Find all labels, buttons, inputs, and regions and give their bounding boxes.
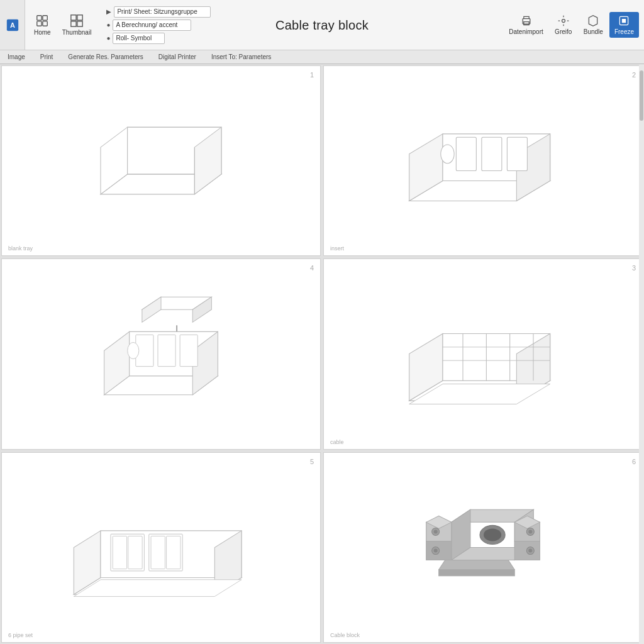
svg-rect-58 [113,536,126,569]
svg-rect-59 [128,536,142,569]
panel-4[interactable]: 3 cable [323,258,643,449]
svg-rect-5 [43,21,47,26]
svg-point-26 [441,145,454,164]
panel-4-number: 3 [632,264,636,272]
panel-2-drawing [382,85,584,236]
scrollbar[interactable] [639,64,644,644]
svg-rect-37 [158,335,175,367]
svg-rect-23 [456,137,476,170]
panel-5-number: 5 [310,458,314,465]
panel-2-number: 2 [632,71,636,79]
nav-image[interactable]: Image [5,52,28,62]
panel-1-drawing [60,85,262,236]
accent-dropdown[interactable]: A Berechnung/ accent [113,19,191,31]
svg-point-74 [434,530,438,533]
symbol-dropdown[interactable]: Roll- Symbol [113,33,165,44]
svg-point-11 [562,19,565,23]
panel-6[interactable]: 6 [323,452,643,643]
freeze-label: Freeze [614,28,634,35]
panel-5-drawing [60,472,262,623]
panel-5-label: 6 pipe set [8,632,33,638]
grade-button[interactable]: Greifo [550,12,577,38]
panel-1-label: blank tray [8,245,33,252]
svg-marker-62 [74,580,242,597]
grade-label: Greifo [555,28,572,35]
toolbar-left: Home Thumbnail [25,0,100,50]
svg-rect-60 [151,536,165,569]
svg-point-78 [528,530,532,533]
svg-point-80 [528,548,532,552]
panel-2[interactable]: 2 insert [323,65,643,256]
panel-1-number: 1 [310,71,314,79]
nav-insert[interactable]: Insert To: Parameters [209,52,274,62]
dropdown-label-1: ▶ [106,8,111,15]
toolbar-right: Datenimport Greifo Bundle Freeze [499,0,644,50]
svg-marker-28 [142,297,161,323]
svg-rect-9 [77,21,82,26]
home-label: Home [34,29,51,36]
page-title-text: Cable tray block [275,18,369,31]
panel-3[interactable]: 4 [1,258,321,449]
sheet-dropdown[interactable]: Print/ Sheet: Sitzungsgruppe [114,6,211,18]
svg-marker-82 [439,569,515,575]
panel-6-number: 6 [632,458,636,465]
dropdown-label-2: ● [106,21,110,28]
panel-4-label: cable [330,439,344,445]
svg-rect-24 [482,137,502,170]
bundle-label: Bundle [584,28,603,35]
page-title: Cable tray block [275,18,369,32]
thumbnail-button[interactable]: Thumbnail [58,11,96,38]
freeze-button[interactable]: Freeze [609,12,639,38]
svg-text:A: A [10,21,15,28]
panel-3-number: 4 [310,264,314,272]
svg-rect-4 [37,21,42,26]
svg-rect-2 [37,16,42,20]
svg-marker-81 [439,560,515,569]
panel-5[interactable]: 5 6 pipe set [1,452,321,643]
nav-digital[interactable]: Digital Printer [156,52,199,62]
scrollbar-thumb[interactable] [640,70,643,121]
dropdown-label-3: ● [106,35,110,42]
bundle-button[interactable]: Bundle [579,12,608,38]
panel-2-label: insert [330,245,344,252]
panel-1[interactable]: 1 blank tray [1,65,321,256]
panel-4-drawing [382,278,584,430]
main-content: 1 blank tray 2 [0,64,644,644]
nav-generate[interactable]: Generate Res. Parameters [65,52,146,62]
svg-point-39 [128,343,139,359]
home-button[interactable]: Home [30,11,55,38]
toolbar: A Home Thumbnail ▶ Prin [0,0,644,50]
panel-6-drawing [382,472,584,623]
svg-rect-7 [77,15,82,20]
svg-point-84 [484,528,501,541]
svg-rect-6 [71,15,76,20]
nav-print[interactable]: Print [38,52,56,62]
panel-3-drawing [60,278,262,430]
svg-point-76 [434,548,438,552]
nav-bar: Image Print Generate Res. Parameters Dig… [0,50,644,64]
app-logo[interactable]: A [0,0,25,50]
print-button[interactable]: Datenimport [504,12,548,38]
svg-rect-8 [71,21,76,26]
thumbnail-label: Thumbnail [62,29,92,36]
print-label: Datenimport [509,28,543,35]
panel-6-label: Cable block [330,632,360,638]
svg-rect-3 [43,16,47,20]
svg-rect-38 [180,335,197,367]
svg-rect-25 [507,137,527,170]
svg-rect-61 [167,536,180,569]
